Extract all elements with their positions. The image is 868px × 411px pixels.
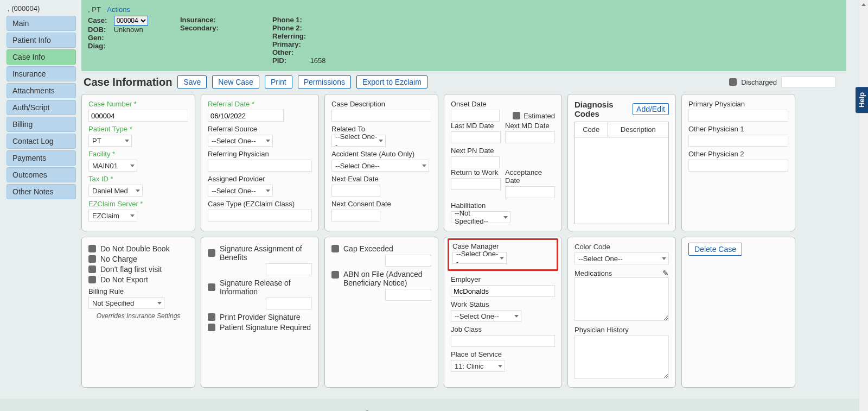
sidebar-item-contact-log[interactable]: Contact Log bbox=[7, 134, 76, 149]
patient-sig-label: Patient Signature Required bbox=[220, 323, 311, 332]
case-description-input[interactable] bbox=[331, 110, 431, 122]
sidebar-item-billing[interactable]: Billing bbox=[7, 117, 76, 132]
referral-date-input[interactable] bbox=[208, 110, 284, 122]
case-label: Case: bbox=[88, 16, 112, 24]
billing-rule-select[interactable]: Not Specified bbox=[88, 297, 164, 309]
cap-input[interactable] bbox=[385, 255, 431, 267]
print-button[interactable]: Print bbox=[265, 75, 292, 88]
card-delete: Delete Case bbox=[681, 237, 795, 388]
billing-rule-label: Billing Rule bbox=[88, 287, 188, 295]
permissions-button[interactable]: Permissions bbox=[298, 75, 351, 88]
medications-textarea[interactable] bbox=[575, 277, 669, 321]
case-type-input[interactable] bbox=[208, 210, 312, 222]
discharged-date-input[interactable] bbox=[781, 77, 835, 87]
patient-type-select[interactable]: PT bbox=[88, 135, 132, 147]
referral-source-select[interactable]: --Select One-- bbox=[208, 135, 273, 147]
sig-ab-checkbox[interactable] bbox=[208, 249, 215, 257]
actions-link[interactable]: Actions bbox=[107, 5, 130, 14]
facility-select[interactable]: MAIN01 bbox=[88, 160, 137, 172]
employer-input[interactable] bbox=[451, 285, 555, 297]
sig-roi-checkbox[interactable] bbox=[208, 283, 215, 291]
sidebar-item-insurance[interactable]: Insurance bbox=[7, 66, 76, 81]
related-to-label: Related To bbox=[331, 125, 431, 133]
sidebar-item-attachments[interactable]: Attachments bbox=[7, 83, 76, 98]
sidebar-item-patient-info[interactable]: Patient Info bbox=[7, 33, 76, 48]
noflag-label: Don't flag first visit bbox=[100, 265, 162, 274]
sidebar-item-auth-script[interactable]: Auth/Script bbox=[7, 100, 76, 115]
case-number-input[interactable] bbox=[88, 110, 188, 122]
print-sig-checkbox[interactable] bbox=[208, 313, 215, 321]
assigned-provider-select[interactable]: --Select One-- bbox=[208, 185, 273, 197]
new-case-button[interactable]: New Case bbox=[212, 75, 259, 88]
save-button[interactable]: Save bbox=[177, 75, 207, 88]
sidebar-item-payments[interactable]: Payments bbox=[7, 150, 76, 166]
accident-state-select[interactable]: --Select One-- bbox=[331, 160, 429, 172]
referral-source-label: Referral Source bbox=[208, 125, 312, 133]
patient-banner: , PT Actions Case: 000004 DOB: Unknown G… bbox=[81, 0, 846, 71]
onset-date-input[interactable] bbox=[451, 110, 500, 122]
card-color-meds: Color Code --Select One-- Medications Ph… bbox=[567, 237, 676, 388]
gen-label: Gen: bbox=[88, 34, 112, 42]
add-edit-button[interactable]: Add/Edit bbox=[633, 103, 669, 115]
export-button[interactable]: Export to Ezclaim bbox=[356, 75, 427, 88]
scroll-up-icon[interactable] bbox=[859, 0, 868, 9]
case-manager-select[interactable]: --Select One-- bbox=[452, 252, 507, 264]
patient-type-label: Patient Type * bbox=[88, 125, 188, 133]
patient-sig-checkbox[interactable] bbox=[208, 324, 215, 331]
sidebar-item-case-info[interactable]: Case Info bbox=[7, 49, 76, 65]
next-md-input[interactable] bbox=[505, 131, 555, 143]
habilitation-select[interactable]: --Not Specified-- bbox=[451, 211, 510, 223]
accident-state-label: Accident State (Auto Only) bbox=[331, 150, 431, 158]
color-code-select[interactable]: --Select One-- bbox=[575, 252, 669, 264]
next-eval-input[interactable] bbox=[331, 185, 380, 197]
physician-history-textarea[interactable] bbox=[575, 336, 669, 379]
sig-roi-input[interactable] bbox=[266, 298, 312, 309]
referring-physician-input[interactable] bbox=[208, 160, 312, 172]
dob-label: DOB: bbox=[88, 26, 112, 34]
other-physician-2-input[interactable] bbox=[688, 160, 788, 172]
referring-label: Referring: bbox=[272, 32, 308, 40]
noexport-checkbox[interactable] bbox=[88, 276, 96, 283]
case-description-label: Case Description bbox=[331, 100, 431, 108]
delete-case-button[interactable]: Delete Case bbox=[688, 243, 742, 256]
overrides-note: Overrides Insurance Settings bbox=[88, 312, 188, 320]
sidebar-item-main[interactable]: Main bbox=[7, 16, 76, 31]
place-of-service-select[interactable]: 11: Clinic bbox=[451, 360, 505, 372]
card-diagnosis: Diagnosis Codes Add/Edit CodeDescription bbox=[567, 94, 676, 231]
abn-input[interactable] bbox=[385, 289, 431, 301]
last-md-input[interactable] bbox=[451, 131, 501, 143]
noflag-checkbox[interactable] bbox=[88, 265, 96, 273]
discharged-checkbox[interactable] bbox=[729, 78, 737, 86]
case-type-label: Case Type (EZClaim Class) bbox=[208, 200, 312, 208]
diagnosis-table-body[interactable] bbox=[575, 137, 669, 224]
nocharge-checkbox[interactable] bbox=[88, 255, 96, 263]
abn-checkbox[interactable] bbox=[331, 271, 339, 279]
sidebar-item-outcomes[interactable]: Outcomes bbox=[7, 167, 76, 182]
job-class-input[interactable] bbox=[451, 335, 555, 347]
return-to-work-input[interactable] bbox=[451, 178, 501, 190]
card-referral: Referral Date * Referral Source --Select… bbox=[201, 94, 319, 231]
related-to-select[interactable]: --Select One-- bbox=[331, 135, 386, 147]
primary-physician-input[interactable] bbox=[688, 110, 788, 122]
ezserver-select[interactable]: EZClaim bbox=[88, 210, 137, 222]
cap-checkbox[interactable] bbox=[331, 245, 339, 252]
employer-label: Employer bbox=[451, 275, 555, 283]
next-pn-input[interactable] bbox=[451, 156, 500, 168]
edit-icon[interactable] bbox=[662, 269, 669, 277]
case-select[interactable]: 000004 bbox=[114, 16, 148, 26]
scrollbar[interactable] bbox=[859, 0, 868, 411]
sidebar-item-other-notes[interactable]: Other Notes bbox=[7, 184, 76, 199]
acceptance-date-input[interactable] bbox=[505, 186, 555, 198]
estimated-checkbox[interactable] bbox=[513, 112, 520, 119]
sig-ab-input[interactable] bbox=[266, 263, 312, 275]
taxid-select[interactable]: Daniel Med bbox=[88, 185, 143, 197]
pid-value: 1658 bbox=[310, 56, 326, 65]
help-tab[interactable]: Help bbox=[856, 87, 868, 113]
work-status-select[interactable]: --Select One-- bbox=[451, 310, 521, 322]
next-eval-label: Next Eval Date bbox=[331, 175, 431, 183]
referral-date-label: Referral Date * bbox=[208, 100, 312, 108]
other-physician-1-label: Other Physician 1 bbox=[688, 125, 788, 133]
other-physician-1-input[interactable] bbox=[688, 135, 788, 147]
next-consent-input[interactable] bbox=[331, 210, 380, 222]
dndb-checkbox[interactable] bbox=[88, 245, 96, 252]
